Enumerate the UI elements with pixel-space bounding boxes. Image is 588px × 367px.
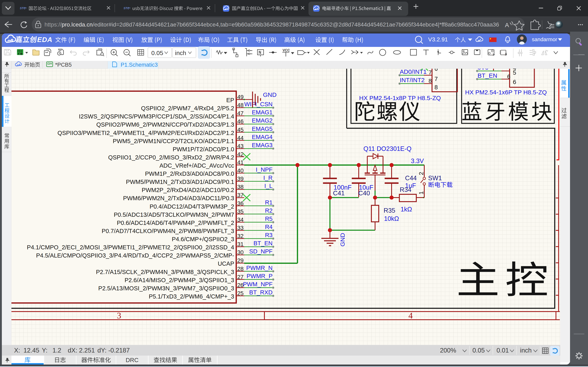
svg-text:https://pro.lceda.cn/editor#id: https://pro.lceda.cn/editor#id=2d8d74844… <box>44 21 504 28</box>
svg-text:PWM2P_2/RxD4/AD2/ADC10/P0.2: PWM2P_2/RxD4/AD2/ADC10/P0.2 <box>142 187 234 193</box>
svg-text:BT_EN: BT_EN <box>254 240 273 247</box>
svg-text:R35: R35 <box>384 207 395 214</box>
svg-text:INT/INT2: INT/INT2 <box>400 77 425 83</box>
svg-text:DRC: DRC <box>126 357 139 363</box>
svg-text:QSPIIO1_2/CCP0_2/MISO_3/RxD2_2: QSPIIO1_2/CCP0_2/MISO_3/RxD2_2/WR/P4.2 <box>108 154 234 161</box>
svg-text:42: 42 <box>237 151 243 157</box>
svg-text:44: 44 <box>237 135 243 141</box>
svg-text:27: 27 <box>237 274 243 280</box>
svg-text:39: 39 <box>237 175 243 182</box>
svg-text:P5.1/TxD3_2/PWM6_4/CMP+_3: P5.1/TxD3_2/PWM6_4/CMP+_3 <box>149 293 234 300</box>
svg-text:EP: EP <box>226 97 234 103</box>
svg-text:Y:: Y: <box>42 347 48 354</box>
svg-text:25: 25 <box>237 290 243 296</box>
svg-text:R5: R5 <box>265 216 273 222</box>
svg-text:QSPIIO2/PWM6_2/PWM2N/CCP0/TxD2: QSPIIO2/PWM6_2/PWM2N/CCP0/TxD2/ADC3/P1.3 <box>96 121 234 128</box>
svg-text:46: 46 <box>237 118 243 125</box>
svg-text:EMAG4: EMAG4 <box>252 134 273 140</box>
svg-text:I_L: I_L <box>264 183 273 189</box>
svg-text:I_NPF: I_NPF <box>256 166 273 173</box>
svg-text:R2: R2 <box>265 207 273 214</box>
svg-text:38: 38 <box>237 184 243 190</box>
svg-text:HX PM2.54-1x8P TP H8.5-ZQ: HX PM2.54-1x8P TP H8.5-ZQ <box>359 95 441 101</box>
svg-text:Q11 DO2301E-Q: Q11 DO2301E-Q <box>363 145 411 152</box>
svg-text:I2SWS_2/QSPINCS/PWM3P/CCP1/SDA: I2SWS_2/QSPINCS/PWM3P/CCP1/SDA_2/SS/ADC4… <box>79 113 234 120</box>
svg-text:C41: C41 <box>333 190 345 197</box>
svg-text:*PCB5: *PCB5 <box>55 62 72 68</box>
svg-text:QSPIIO3/PWMETI2_4/PWMETI1_4/PW: QSPIIO3/PWMETI2_4/PWMETI1_4/PWM2P/ECI/Rx… <box>58 130 234 136</box>
svg-text:R1: R1 <box>265 199 273 206</box>
svg-text:EMAG3: EMAG3 <box>252 142 273 149</box>
svg-text:33: 33 <box>237 225 243 231</box>
svg-text:HX PM2.54-1x6P TP H8.5-ZQ: HX PM2.54-1x6P TP H8.5-ZQ <box>465 89 547 96</box>
svg-text:X:: X: <box>14 347 20 354</box>
svg-text:PWM5/PWM1N_2/TxD3/AD1/ADC9/P0.: PWM5/PWM1N_2/TxD3/AD1/ADC9/P0.1 <box>126 179 234 185</box>
svg-text:VCC: VCC <box>283 48 290 52</box>
svg-text:EDA: EDA <box>37 36 52 43</box>
svg-text:200%: 200% <box>440 347 456 354</box>
svg-text:PWMR_N: PWMR_N <box>246 265 273 271</box>
svg-text:37: 37 <box>237 192 243 198</box>
svg-text:P2.6/A14/MISO_2/PWM4P_3/QSPIIO: P2.6/A14/MISO_2/PWM4P_3/QSPIIO1_3 <box>125 277 234 284</box>
svg-text:45: 45 <box>237 127 243 133</box>
svg-text:inch: inch <box>175 50 186 56</box>
svg-text:SD_NPF: SD_NPF <box>249 248 273 255</box>
svg-text:P0.7/AD7/T4CLKO/PWM4N_2/PWM8/P: P0.7/AD7/T4CLKO/PWM4N_2/PWM8/PWMFLT_3 <box>102 228 234 234</box>
svg-text:WIFI_CSN: WIFI_CSN <box>244 101 273 108</box>
svg-text:40: 40 <box>237 167 243 174</box>
svg-text:R3: R3 <box>265 232 273 238</box>
svg-text:35: 35 <box>237 208 243 215</box>
svg-text:34: 34 <box>237 217 243 223</box>
svg-text:0.05: 0.05 <box>151 50 163 56</box>
svg-text:sandarmor: sandarmor <box>532 36 557 42</box>
svg-text:EMAG5: EMAG5 <box>252 125 273 132</box>
svg-text:8: 8 <box>434 84 438 91</box>
svg-text:1kΩ: 1kΩ <box>401 206 412 213</box>
svg-text:PWM_NPF: PWM_NPF <box>243 281 273 287</box>
svg-text:1: 1 <box>505 53 506 56</box>
svg-text:2.251: 2.251 <box>79 347 95 354</box>
svg-text:29: 29 <box>237 257 243 264</box>
svg-text:PWM6/PWM2N_2/TxD4/AD3/ADC11/P0: PWM6/PWM2N_2/TxD4/AD3/ADC11/P0.3 <box>123 195 234 201</box>
svg-text:4: 4 <box>408 311 413 320</box>
svg-text:PWM1P/T2/ADC0/P1.0: PWM1P/T2/ADC0/P1.0 <box>173 146 234 152</box>
svg-text:R34: R34 <box>400 186 411 193</box>
svg-text:36: 36 <box>237 200 243 207</box>
svg-text:2: 2 <box>418 172 424 175</box>
svg-text:P4.1/CMPO_2/ECI_2/MOSI_3/PWMET: P4.1/CMPO_2/ECI_2/MOSI_3/PWMETI1_2/PWMET… <box>27 244 234 250</box>
svg-text:ADC_VRef+/ADC_AVcc/Vcc: ADC_VRef+/ADC_AVcc/Vcc <box>159 162 234 169</box>
svg-text:41: 41 <box>237 159 243 166</box>
svg-text:47: 47 <box>237 110 243 117</box>
svg-text:31: 31 <box>237 241 243 247</box>
svg-text:28: 28 <box>237 266 243 272</box>
svg-text:UCAP: UCAP <box>218 260 234 267</box>
svg-text:1: 1 <box>418 191 424 194</box>
svg-text:EMAG2: EMAG2 <box>252 117 273 124</box>
svg-text:32: 32 <box>237 233 243 239</box>
svg-text:3.3V: 3.3V <box>411 157 424 165</box>
svg-text:P2.7/A15/SCLK_2/PWM4N_3/PWM8_3: P2.7/A15/SCLK_2/PWM4N_3/PWM8_3/QSPICLK_3 <box>96 269 234 275</box>
svg-text:43: 43 <box>237 143 243 149</box>
svg-text:A: A <box>505 22 509 28</box>
svg-text:EMAG1: EMAG1 <box>252 109 273 116</box>
svg-text:26: 26 <box>237 282 243 288</box>
svg-text:I_R: I_R <box>263 175 273 181</box>
svg-text:P4.5/ALE/CMPO/QSPIIO3_3/P4.4/R: P4.5/ALE/CMPO/QSPIIO3_3/P4.4/RD/TxD_4/CC… <box>36 252 234 259</box>
svg-text:P0.6/ADC14/AD6/T4/PWM4P_2/PWMF: P0.6/ADC14/AD6/T4/PWM4P_2/PWMFLT_2 <box>117 220 234 226</box>
svg-text:0.05: 0.05 <box>472 347 485 354</box>
svg-text:P4.6/CMP+/QSPIIO2_3: P4.6/CMP+/QSPIIO2_3 <box>172 236 234 242</box>
svg-text:C40: C40 <box>358 190 370 197</box>
svg-text:BT_EN: BT_EN <box>477 72 497 79</box>
svg-text:PWM1P_2/RxD3/AD0/ADC8/P0.0: PWM1P_2/RxD3/AD0/ADC8/P0.0 <box>145 170 234 177</box>
svg-text:1.2: 1.2 <box>52 347 61 354</box>
svg-text:C44: C44 <box>405 175 417 182</box>
svg-text:GND: GND <box>339 233 346 247</box>
svg-text:AD0/INT1: AD0/INT1 <box>400 68 427 75</box>
svg-text:PWM5_2/PWM1N/CCP2/T2CLKO/ADC1/: PWM5_2/PWM1N/CCP2/T2CLKO/ADC1/P1.1 <box>113 138 234 144</box>
svg-text:6: 6 <box>513 79 516 85</box>
svg-text:10kΩ: 10kΩ <box>384 215 399 222</box>
svg-text:V3.2.91: V3.2.91 <box>428 36 448 43</box>
svg-text:48: 48 <box>237 102 243 108</box>
svg-text:QSPIIO2_2/PWM7_4/RxD4_2/P5.2: QSPIIO2_2/PWM7_4/RxD4_2/P5.2 <box>141 105 234 111</box>
svg-text:P2.5/A13/MOSI_2/PWM3N_3/PWM7_3: P2.5/A13/MOSI_2/PWM3N_3/PWM7_3/QSPIIO0_3 <box>98 285 234 292</box>
